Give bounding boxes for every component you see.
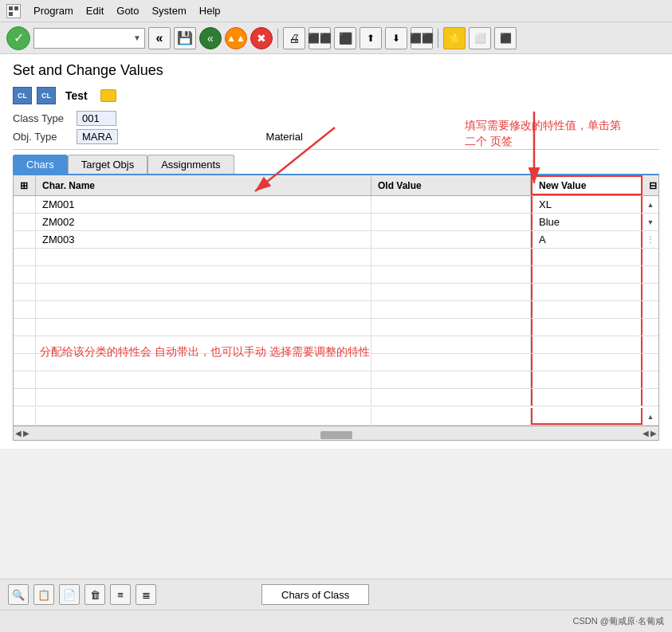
cancel-button[interactable]: ✖ xyxy=(250,27,273,49)
column-chooser-icon[interactable]: ⊟ xyxy=(649,180,657,191)
empty-table-row xyxy=(14,266,658,284)
command-input[interactable]: ▼ xyxy=(33,28,145,49)
empty-scroll xyxy=(643,266,658,283)
header-select: ⊞ xyxy=(14,175,36,195)
sort-button[interactable]: ≡ xyxy=(110,584,131,605)
row2-new[interactable]: Blue xyxy=(531,214,643,230)
copy-button[interactable]: 📋 xyxy=(33,584,54,605)
object-header: CL CL Test xyxy=(13,87,659,104)
h-scroll-right2[interactable]: ▶ xyxy=(650,429,657,438)
input-row-scroll-up[interactable]: ▲ xyxy=(643,410,658,423)
empty-select xyxy=(14,319,36,336)
up-button[interactable]: ▲▲ xyxy=(225,27,247,49)
layout-button[interactable]: ⬛⬛ xyxy=(411,27,433,49)
paste-button[interactable]: 📄 xyxy=(59,584,80,605)
row1-scroll[interactable]: ▲ xyxy=(643,198,658,211)
h-scroll-left2[interactable]: ◀ xyxy=(643,429,649,438)
menu-goto[interactable]: Goto xyxy=(116,5,139,17)
input-row-old xyxy=(371,408,531,425)
header-old-value: Old Value xyxy=(371,175,531,195)
find-button[interactable]: ⬛⬛ xyxy=(308,27,331,49)
find-next-button[interactable]: ⬛ xyxy=(334,27,356,49)
menu-help[interactable]: Help xyxy=(199,5,221,17)
empty-new[interactable] xyxy=(531,266,643,283)
empty-char xyxy=(36,249,371,265)
empty-table-row xyxy=(14,336,658,354)
input-row-new[interactable] xyxy=(531,408,643,425)
empty-select xyxy=(14,301,36,318)
resize-button[interactable]: ⬛ xyxy=(494,27,517,49)
separator-2 xyxy=(438,29,438,48)
save-button[interactable]: 💾 xyxy=(174,27,196,49)
empty-table-row xyxy=(14,249,658,266)
empty-new[interactable] xyxy=(531,371,643,388)
new-value-input[interactable] xyxy=(532,408,641,423)
obj-type-label: Obj. Type xyxy=(13,131,77,143)
menu-program[interactable]: Program xyxy=(33,5,73,17)
dropdown-arrow-icon[interactable]: ▼ xyxy=(133,33,141,42)
scroll-left-button[interactable]: ◀ xyxy=(15,429,22,438)
empty-new[interactable] xyxy=(531,249,643,265)
tab-target-objs[interactable]: Target Objs xyxy=(68,155,147,174)
class-icon-1: CL xyxy=(13,87,32,104)
row2-select xyxy=(14,214,36,230)
print-button[interactable]: 🖨 xyxy=(283,27,305,49)
empty-new[interactable] xyxy=(531,389,643,406)
header-char-name: Char. Name xyxy=(36,175,371,195)
empty-scroll xyxy=(643,371,658,388)
divider xyxy=(13,149,659,150)
empty-select xyxy=(14,249,36,265)
row1-char: ZM001 xyxy=(36,196,371,213)
row2-scroll[interactable]: ▼ xyxy=(643,216,658,229)
menu-edit[interactable]: Edit xyxy=(86,5,104,17)
empty-scroll xyxy=(643,319,658,336)
bookmark-button[interactable]: ⭐ xyxy=(443,27,466,49)
empty-scroll xyxy=(643,249,658,265)
select-icon: ⊞ xyxy=(20,180,28,191)
svg-rect-0 xyxy=(9,6,13,10)
input-row-char xyxy=(36,408,371,425)
row1-new[interactable]: XL xyxy=(531,196,643,213)
empty-new[interactable] xyxy=(531,301,643,318)
tab-chars[interactable]: Chars xyxy=(13,155,68,174)
row2-old xyxy=(371,214,531,230)
back-button[interactable]: « xyxy=(148,27,171,49)
search-icon-button[interactable]: 🔍 xyxy=(8,584,29,605)
empty-scroll xyxy=(643,301,658,318)
row3-new[interactable]: A xyxy=(531,231,643,248)
folder-icon[interactable] xyxy=(100,89,116,102)
obj-description: Material xyxy=(261,130,308,143)
empty-old xyxy=(371,389,531,406)
scroll-right-button[interactable]: ▶ xyxy=(23,429,29,438)
empty-old xyxy=(371,336,531,353)
row1-select xyxy=(14,196,36,213)
table-header: ⊞ Char. Name Old Value New Value ⊟ xyxy=(14,175,658,196)
horizontal-scroll-thumb[interactable] xyxy=(320,431,352,439)
svg-rect-2 xyxy=(9,12,13,16)
class-type-row: Class Type 001 xyxy=(13,111,659,126)
main-content: Set and Change Values CL CL Test Class T… xyxy=(0,54,672,449)
row3-scroll: ⋮ xyxy=(643,231,658,248)
nav-up-button[interactable]: ⬆ xyxy=(360,27,382,49)
chars-of-class-button[interactable]: Chars of Class xyxy=(261,584,369,605)
nav-down-button[interactable]: ⬇ xyxy=(385,27,407,49)
table-row: ZM001 XL ▲ xyxy=(14,196,658,214)
obj-type-row: Obj. Type MARA Material xyxy=(13,129,659,144)
empty-new[interactable] xyxy=(531,354,643,371)
status-bar: CSDN @葡咸原·名葡咸 xyxy=(0,610,672,632)
class-type-value: 001 xyxy=(77,111,116,126)
menu-bar: Program Edit Goto System Help xyxy=(0,0,672,22)
empty-new[interactable] xyxy=(531,336,643,353)
delete-button[interactable]: 🗑 xyxy=(84,584,105,605)
prev-button[interactable]: « xyxy=(199,27,222,49)
window-button[interactable]: ⬜ xyxy=(469,27,491,49)
row3-select xyxy=(14,231,36,248)
empty-new[interactable] xyxy=(531,319,643,336)
empty-select xyxy=(14,284,36,300)
checkmark-button[interactable]: ✓ xyxy=(6,26,30,50)
empty-new[interactable] xyxy=(531,284,643,300)
filter-button[interactable]: ≣ xyxy=(136,584,156,605)
menu-system[interactable]: System xyxy=(151,5,186,17)
tab-assignments[interactable]: Assignments xyxy=(147,155,234,174)
empty-scroll xyxy=(643,389,658,406)
